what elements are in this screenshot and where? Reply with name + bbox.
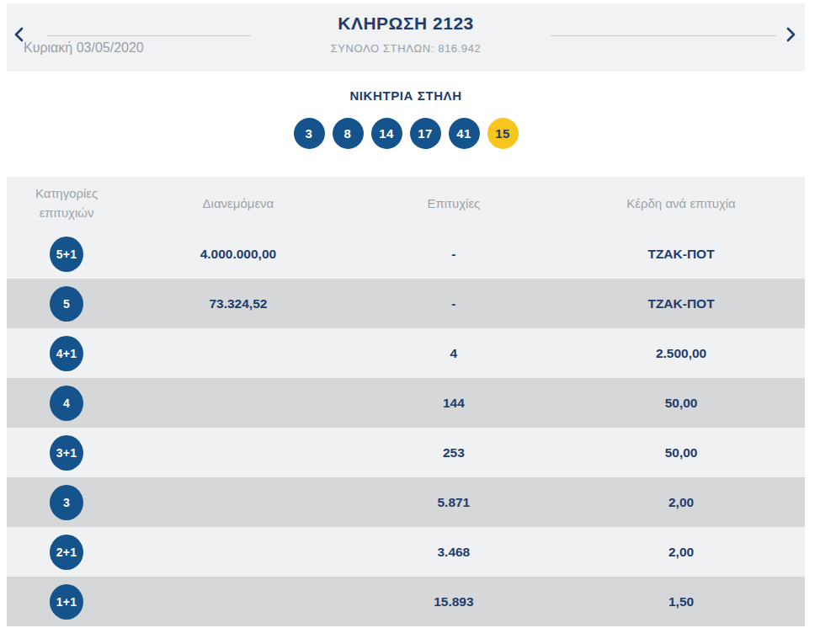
prize-cell: 2,00 <box>557 477 805 527</box>
column-header-winners: Επιτυχίες <box>350 177 557 229</box>
prize-cell: 50,00 <box>557 378 805 428</box>
table-header-row: Κατηγορίες επιτυχιών Διανεμόμενα Επιτυχί… <box>7 177 805 229</box>
draw-header: ΚΛΗΡΩΣΗ 2123 ΣΥΝΟΛΟ ΣΤΗΛΩΝ: 816.942 Κυρι… <box>7 3 805 72</box>
column-header-prize: Κέρδη ανά επιτυχία <box>557 177 805 229</box>
draw-date: Κυριακή 03/05/2020 <box>24 40 144 56</box>
category-badge: 4+1 <box>50 336 83 371</box>
distributed-cell <box>126 477 349 527</box>
prize-cell: ΤΖΑΚ-ΠΟΤ <box>557 229 805 279</box>
prize-cell: 2,00 <box>557 527 805 577</box>
winning-column-label: ΝΙΚΗΤΡΙΑ ΣΤΗΛΗ <box>7 88 805 104</box>
category-badge: 3 <box>50 485 83 520</box>
winning-number-ball: 8 <box>333 118 364 149</box>
winners-cell: - <box>350 229 557 279</box>
category-badge: 5+1 <box>50 237 83 272</box>
next-draw-button[interactable] <box>780 24 801 45</box>
table-row: 4+1 4 2.500,00 <box>7 328 805 378</box>
table-row: 3 5.871 2,00 <box>7 477 805 527</box>
prize-cell: 50,00 <box>557 428 805 477</box>
bonus-number-ball: 15 <box>487 118 519 149</box>
distributed-cell <box>126 328 349 378</box>
winning-number-ball: 14 <box>371 118 402 149</box>
table-row: 4 144 50,00 <box>7 378 805 428</box>
column-header-categories: Κατηγορίες επιτυχιών <box>7 177 126 229</box>
winners-cell: 3.468 <box>350 527 557 577</box>
winning-numbers: 3 8 14 17 41 15 <box>7 118 805 149</box>
winners-cell: 253 <box>350 428 557 477</box>
distributed-cell: 4.000.000,00 <box>126 229 349 279</box>
prize-cell: 2.500,00 <box>557 328 805 378</box>
winners-cell: - <box>350 279 557 328</box>
table-row: 5+1 4.000.000,00 - ΤΖΑΚ-ΠΟΤ <box>7 229 805 279</box>
table-row: 1+1 15.893 1,50 <box>7 577 805 626</box>
winning-number-ball: 17 <box>410 118 441 149</box>
winners-cell: 15.893 <box>350 577 557 626</box>
winners-cell: 144 <box>350 378 557 428</box>
prize-cell: 1,50 <box>557 577 805 626</box>
divider-line-left <box>47 35 251 36</box>
category-badge: 3+1 <box>50 435 83 471</box>
divider-line-right <box>551 35 776 36</box>
draw-title: ΚΛΗΡΩΣΗ 2123 <box>7 13 805 34</box>
winning-number-ball: 41 <box>449 118 480 149</box>
distributed-cell: 73.324,52 <box>126 279 349 328</box>
winners-cell: 4 <box>350 328 557 378</box>
distributed-cell <box>126 577 349 626</box>
winners-cell: 5.871 <box>350 477 557 527</box>
distributed-cell <box>126 428 349 477</box>
category-badge: 4 <box>50 386 83 421</box>
table-row: 3+1 253 50,00 <box>7 428 805 477</box>
chevron-right-icon <box>784 26 797 43</box>
column-header-distributed: Διανεμόμενα <box>126 177 349 229</box>
distributed-cell <box>126 527 349 577</box>
category-badge: 5 <box>50 286 83 322</box>
table-row: 2+1 3.468 2,00 <box>7 527 805 577</box>
draw-results-page: ΚΛΗΡΩΣΗ 2123 ΣΥΝΟΛΟ ΣΤΗΛΩΝ: 816.942 Κυρι… <box>0 3 836 644</box>
winning-number-ball: 3 <box>294 118 325 149</box>
category-badge: 1+1 <box>50 584 83 620</box>
prize-cell: ΤΖΑΚ-ΠΟΤ <box>557 279 805 328</box>
category-badge: 2+1 <box>50 535 83 570</box>
prize-categories-table: Κατηγορίες επιτυχιών Διανεμόμενα Επιτυχί… <box>7 177 805 626</box>
distributed-cell <box>126 378 349 428</box>
table-row: 5 73.324,52 - ΤΖΑΚ-ΠΟΤ <box>7 279 805 328</box>
